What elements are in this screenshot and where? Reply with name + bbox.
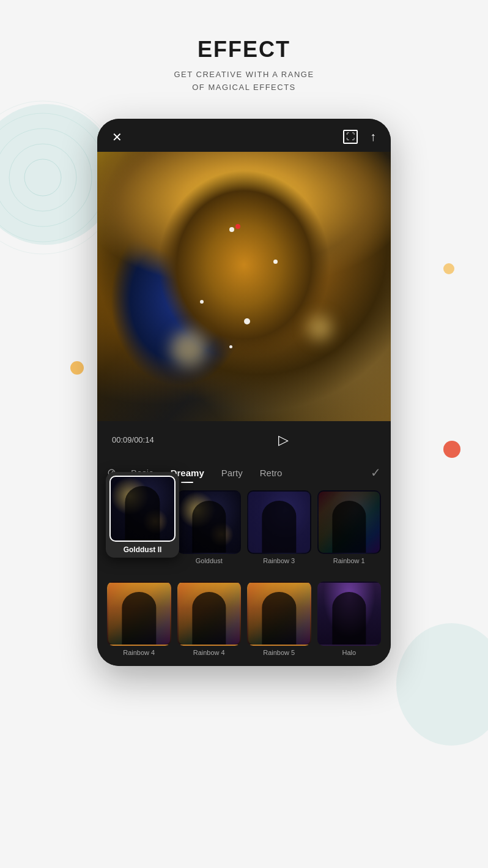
silhouette (125, 486, 160, 540)
effect-thumb-rainbow5 (247, 582, 311, 646)
effect-rainbow1[interactable]: Rainbow 1 (317, 490, 382, 565)
effect-rainbow5[interactable]: Rainbow 5 (247, 582, 311, 656)
expand-icon[interactable]: ⛶ (343, 130, 358, 144)
check-button[interactable]: ✓ (371, 465, 381, 480)
effect-label-rainbow3: Rainbow 3 (263, 557, 295, 564)
sparkle-4 (273, 260, 278, 264)
silhouette-rainbow4a (122, 592, 156, 644)
effect-label-rainbow4b: Rainbow 4 (193, 649, 225, 656)
effect-label-rainbow1: Rainbow 1 (333, 557, 365, 564)
effect-label-rainbow5: Rainbow 5 (263, 649, 295, 656)
effect-rainbow4a[interactable]: Rainbow 4 (107, 582, 171, 656)
effects-grid-row1: Golddust II Golddust Rainbow 3 (97, 483, 391, 575)
tab-party[interactable]: Party (213, 463, 251, 483)
effect-thumb-rainbow3 (247, 490, 311, 555)
phone-frame: ✕ ⛶ ↑ 00:09/00:14 ▷ (97, 119, 391, 666)
effect-rainbow4b[interactable]: Rainbow 4 (177, 582, 242, 656)
effect-thumb-rainbow4a (107, 582, 171, 646)
red-dot (235, 224, 240, 229)
timeline-area: 00:09/00:14 ▷ (97, 421, 391, 457)
effect-golddust2-large[interactable]: Golddust II (106, 472, 179, 558)
sparkle-1 (229, 227, 234, 232)
effect-label-golddust: Golddust (196, 557, 223, 564)
silhouette-rainbow3 (262, 501, 296, 553)
sparkle-2 (200, 300, 204, 304)
effect-label-rainbow4a: Rainbow 4 (123, 649, 155, 656)
effect-rainbow3[interactable]: Rainbow 3 (247, 490, 311, 565)
phone-mockup: ✕ ⛶ ↑ 00:09/00:14 ▷ (0, 119, 488, 666)
silhouette-golddust (192, 501, 226, 553)
phone-topbar: ✕ ⛶ ↑ (97, 119, 391, 152)
tab-retro[interactable]: Retro (251, 463, 291, 483)
share-icon[interactable]: ↑ (370, 130, 376, 144)
close-button[interactable]: ✕ (112, 130, 122, 144)
page-title: EFFECT (0, 37, 488, 62)
page-subtitle: GET CREATIVE WITH A RANGE OF MAGICAL EFF… (0, 69, 488, 94)
effect-label-golddust2: Golddust II (109, 545, 176, 554)
silhouette-halo (332, 592, 366, 644)
silhouette-rainbow1 (332, 501, 366, 553)
page-header: EFFECT GET CREATIVE WITH A RANGE OF MAGI… (0, 0, 488, 113)
effect-thumb-halo (317, 582, 382, 646)
effect-label-halo: Halo (342, 649, 356, 656)
video-preview (97, 152, 391, 421)
playback-time: 00:09/00:14 (112, 435, 154, 444)
silhouette-rainbow5 (262, 592, 296, 644)
effects-grid-row2: Rainbow 4 Rainbow 4 Rainbow 5 (97, 574, 391, 666)
effect-thumb-golddust (177, 490, 242, 555)
effect-halo[interactable]: Halo (317, 582, 382, 656)
bokeh-1 (171, 331, 207, 367)
effect-thumb-golddust2 (109, 476, 176, 542)
effect-thumb-rainbow4b (177, 582, 242, 646)
video-frame (97, 152, 391, 421)
bokeh-2 (308, 316, 332, 340)
timeline-controls: 00:09/00:14 ▷ (112, 432, 376, 448)
silhouette-rainbow4b (192, 592, 226, 644)
topbar-right-icons: ⛶ ↑ (343, 130, 376, 144)
effect-golddust[interactable]: Golddust (177, 490, 242, 565)
play-button[interactable]: ▷ (278, 432, 289, 448)
effect-thumb-rainbow1 (317, 490, 382, 555)
